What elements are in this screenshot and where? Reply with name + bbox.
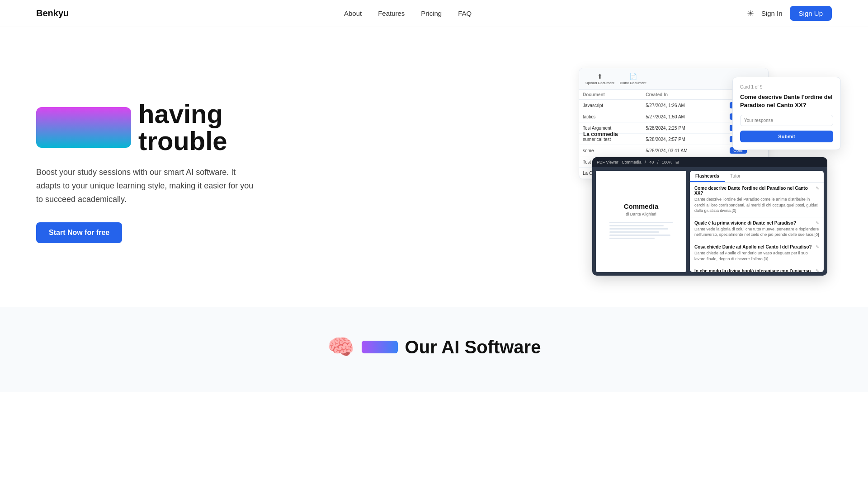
ai-section-header: 🧠 Our AI Software xyxy=(327,334,541,360)
ai-section: 🧠 Our AI Software xyxy=(0,307,868,392)
flashcard-item: ✎ Quale è la prima visione di Dante nel … xyxy=(690,217,824,241)
nav-pricing[interactable]: Pricing xyxy=(421,9,442,17)
fc-answer: Dante vede la gloria di colui che tutto … xyxy=(694,226,819,238)
hero-heading-wrap: having trouble xyxy=(36,100,289,155)
fc-items-container: ✎ Come descrive Dante l'ordine del Parad… xyxy=(690,183,824,272)
edit-icon[interactable]: ✎ xyxy=(816,186,819,191)
doc-date: 5/28/2024, 2:57 PM xyxy=(642,134,726,145)
fc-question: Cosa chiede Dante ad Apollo nel Canto I … xyxy=(694,244,819,249)
ai-color-block xyxy=(362,341,398,353)
hero-heading: having trouble xyxy=(138,100,289,155)
fc-tabs: Flashcards Tutor xyxy=(690,171,824,183)
pdf-doc-title: Commedia xyxy=(624,202,659,210)
doc-name: Javascript xyxy=(579,100,642,111)
col-created: Created In xyxy=(642,90,726,100)
doc-name: tactics xyxy=(579,111,642,122)
doc-date: 5/28/2024, 2:25 PM xyxy=(642,122,726,134)
blank-doc-btn[interactable]: 📄 Blank Document xyxy=(620,73,646,85)
flashcard-question: Come descrive Dante l'ordine del Paradis… xyxy=(740,93,833,109)
flashcard-submit-button[interactable]: Submit xyxy=(740,131,833,142)
footer-spacer xyxy=(0,392,868,410)
pdf-line-5 xyxy=(609,235,670,236)
fc-question: Come descrive Dante l'ordine del Paradis… xyxy=(694,186,819,196)
edit-icon[interactable]: ✎ xyxy=(816,268,819,272)
fc-answer: Dante chiede ad Apollo di renderlo un va… xyxy=(694,250,819,262)
hero-subheading: Boost your study sessions with our smart… xyxy=(36,166,258,206)
logo: Benkyu xyxy=(36,8,69,19)
nav-actions: ☀ Sign In Sign Up xyxy=(747,6,832,21)
pdf-page: Commedia di Dante Alighieri xyxy=(596,171,686,272)
pdf-lines xyxy=(609,222,673,241)
doc-date: 5/27/2024, 1:26 AM xyxy=(642,100,726,111)
flashcard-list-panel: Flashcards Tutor ✎ Come descrive Dante l… xyxy=(690,171,824,272)
flashcard-response-input[interactable] xyxy=(740,115,833,126)
doc-date: 5/27/2024, 1:50 AM xyxy=(642,111,726,122)
pdf-doc-author: di Dante Alighieri xyxy=(626,212,656,216)
pdf-line-1 xyxy=(609,222,673,223)
fc-question: Quale è la prima visione di Dante nel Pa… xyxy=(694,221,819,225)
tab-flashcards[interactable]: Flashcards xyxy=(690,171,725,182)
doc-label: La commedia xyxy=(583,131,618,137)
doc-date: 5/28/2024, 03:41 AM xyxy=(642,145,726,156)
hero-app-mockup: ⬆ Upload Document 📄 Blank Document Docum… xyxy=(579,68,832,276)
flashcard-item: ✎ Cosa chiede Dante ad Apollo nel Canto … xyxy=(690,241,824,265)
pdf-line-3 xyxy=(609,228,668,230)
pdf-toolbar-text: PDF Viewer Commedia / 40 / 100% ⊞ xyxy=(597,160,679,164)
upload-doc-btn[interactable]: ⬆ Upload Document xyxy=(585,73,614,85)
hero-section: having trouble Boost your study sessions… xyxy=(0,27,868,307)
pdf-line-6 xyxy=(609,238,655,239)
mock-pdf-viewer: PDF Viewer Commedia / 40 / 100% ⊞ Commed… xyxy=(592,157,827,276)
tab-tutor[interactable]: Tutor xyxy=(725,171,746,182)
pdf-inner: Commedia di Dante Alighieri Flashcards xyxy=(592,167,827,276)
pdf-toolbar: PDF Viewer Commedia / 40 / 100% ⊞ xyxy=(592,157,827,167)
doc-name: some xyxy=(579,145,642,156)
theme-toggle-button[interactable]: ☀ xyxy=(747,9,754,19)
pdf-line-4 xyxy=(609,231,659,233)
fc-answer: Dante descrive l'ordine del Paradiso com… xyxy=(694,197,819,214)
flashcard-item: ✎ Come descrive Dante l'ordine del Parad… xyxy=(690,183,824,217)
nav-faq[interactable]: FAQ xyxy=(458,9,472,17)
upload-icon: ⬆ xyxy=(597,73,603,80)
pdf-line-2 xyxy=(609,225,664,226)
hero-left: having trouble Boost your study sessions… xyxy=(36,100,289,244)
nav-about[interactable]: About xyxy=(344,9,362,17)
nav-links: About Features Pricing FAQ xyxy=(344,9,472,17)
fc-question: In che modo la divina bontà interagisce … xyxy=(694,268,819,272)
edit-icon[interactable]: ✎ xyxy=(816,244,819,249)
flashcard-counter: Card 1 of 9 xyxy=(740,84,833,89)
flashcard-item: ✎ In che modo la divina bontà interagisc… xyxy=(690,265,824,272)
hero-color-block xyxy=(36,107,131,148)
signin-button[interactable]: Sign In xyxy=(761,9,783,17)
ai-section-title: Our AI Software xyxy=(405,337,541,357)
doc-icon: 📄 xyxy=(629,73,637,80)
nav-features[interactable]: Features xyxy=(378,9,405,17)
cta-button[interactable]: Start Now for free xyxy=(36,222,122,243)
navbar: Benkyu About Features Pricing FAQ ☀ Sign… xyxy=(0,0,868,27)
edit-icon[interactable]: ✎ xyxy=(816,221,819,225)
brain-icon: 🧠 xyxy=(327,334,354,360)
mock-flashcard: Card 1 of 9 Come descrive Dante l'ordine… xyxy=(732,77,841,150)
col-document: Document xyxy=(579,90,642,100)
signup-button[interactable]: Sign Up xyxy=(790,6,832,21)
